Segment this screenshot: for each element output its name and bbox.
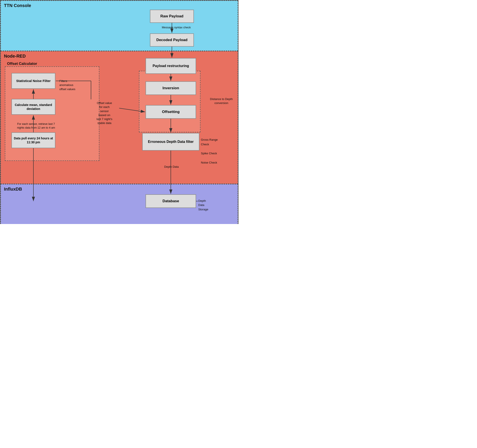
depth-data-note: Depth Data	[161, 165, 182, 169]
offset-calculator-label: Offset Calculator	[7, 62, 37, 66]
data-pull-box: Data pull every 24 hours at 11:30 pm	[12, 132, 55, 148]
ttn-zone: TTN Console	[0, 0, 238, 51]
offset-value-note: Offset value for each sensor based on la…	[90, 97, 119, 125]
influxdb-label: InfluxDB	[4, 187, 22, 192]
inversion-box: Inversion	[145, 81, 196, 95]
database-box: Database	[145, 194, 196, 208]
ttn-label: TTN Console	[4, 3, 31, 8]
calculate-mean-box: Calculate mean, standard deviation	[12, 99, 55, 115]
depth-storage-note: Depth Data Storage	[198, 194, 216, 211]
raw-payload-box: Raw Payload	[150, 10, 194, 23]
depth-conversion-region	[139, 71, 201, 132]
decoded-payload-box: Decoded Payload	[150, 33, 194, 47]
erroneous-depth-box: Erroneous Depth Data filter	[142, 133, 199, 151]
filters-anomalous-note: Filters anomalous offset values	[59, 75, 86, 91]
nodered-label: Node-RED	[4, 54, 26, 59]
gross-range-note: Gross Range Check Spike Check Noise Chec…	[201, 133, 227, 165]
payload-restructuring-box: Payload restructuring	[145, 58, 196, 74]
statistical-noise-box: Statistical Noise Filter	[12, 73, 55, 89]
offsetting-box: Offsetting	[145, 105, 196, 119]
depth-conversion-label: Distance to Depth conversion	[209, 97, 233, 105]
message-syntax-note: Message syntax check	[161, 25, 192, 30]
retrieve-last7-note: For each sensor, retrieve last 7 nights …	[10, 118, 62, 130]
